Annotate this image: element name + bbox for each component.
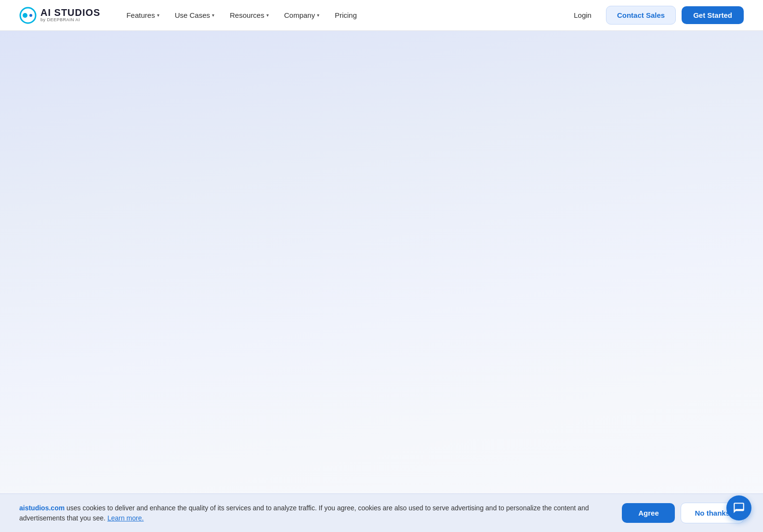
chat-icon — [733, 502, 745, 514]
svg-point-0 — [20, 8, 36, 23]
chevron-down-icon: ▾ — [212, 13, 214, 18]
nav-company[interactable]: Company ▾ — [277, 7, 326, 23]
nav-use-cases[interactable]: Use Cases ▾ — [168, 7, 221, 23]
chevron-down-icon: ▾ — [266, 13, 269, 18]
learn-more-link[interactable]: Learn more. — [107, 514, 144, 522]
nav-pricing[interactable]: Pricing — [328, 7, 364, 23]
logo-link[interactable]: AI STUDIOS by DEEPBRAIN AI — [19, 7, 100, 24]
chevron-down-icon: ▾ — [317, 13, 319, 18]
logo-icon — [19, 7, 37, 24]
cookie-message: uses cookies to deliver and enhance the … — [19, 504, 589, 522]
agree-button[interactable]: Agree — [622, 503, 675, 523]
main-content — [0, 31, 763, 532]
logo-subtitle: by DEEPBRAIN AI — [40, 17, 100, 23]
cookie-banner: aistudios.com uses cookies to deliver an… — [0, 493, 763, 532]
chat-button[interactable] — [726, 495, 751, 520]
login-button[interactable]: Login — [565, 7, 600, 23]
cookie-text: aistudios.com uses cookies to deliver an… — [19, 503, 610, 523]
svg-point-2 — [29, 14, 32, 17]
cookie-buttons: Agree No thanks — [622, 503, 744, 523]
navbar: AI STUDIOS by DEEPBRAIN AI Features ▾ Us… — [0, 0, 763, 31]
contact-sales-button[interactable]: Contact Sales — [606, 6, 676, 25]
cookie-site-link[interactable]: aistudios.com — [19, 504, 65, 512]
chevron-down-icon: ▾ — [157, 13, 159, 18]
nav-features[interactable]: Features ▾ — [119, 7, 166, 23]
logo-title: AI STUDIOS — [40, 8, 100, 17]
nav-links: Features ▾ Use Cases ▾ Resources ▾ Compa… — [119, 7, 565, 23]
svg-point-1 — [23, 13, 27, 18]
nav-resources[interactable]: Resources ▾ — [223, 7, 276, 23]
get-started-button[interactable]: Get Started — [682, 6, 744, 24]
nav-right: Login Contact Sales Get Started — [565, 6, 744, 25]
